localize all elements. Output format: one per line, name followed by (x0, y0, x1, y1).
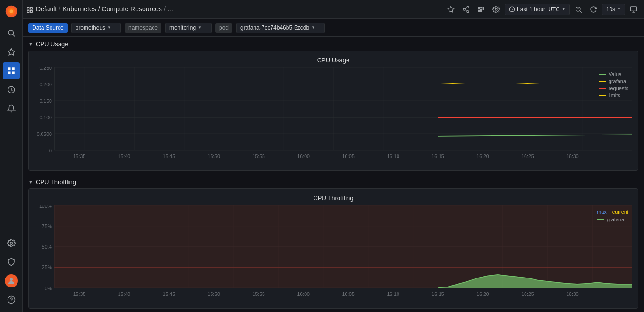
sidebar-item-dashboards[interactable] (3, 62, 20, 79)
grafana-icon-button[interactable] (475, 4, 488, 15)
auto-refresh-selector[interactable]: 10s ▼ (602, 4, 625, 15)
svg-text:75%: 75% (42, 223, 52, 229)
svg-text:16:15: 16:15 (432, 153, 444, 160)
svg-point-20 (467, 6, 469, 8)
svg-text:50%: 50% (42, 244, 52, 250)
time-range-arrow: ▼ (562, 7, 566, 11)
cpu-usage-title: CPU Usage (36, 41, 68, 48)
legend-label-limits: limits (609, 93, 620, 98)
legend-line-requests (599, 88, 606, 89)
share-dashboard-button[interactable] (459, 4, 473, 15)
topbar: Default / Kubernetes / Compute Resources… (23, 0, 644, 19)
svg-point-12 (10, 278, 13, 281)
star-dashboard-button[interactable] (444, 4, 458, 15)
cpu-usage-svg: 0.250 0.200 0.150 0.100 0.0500 0 15:35 1… (34, 67, 632, 167)
svg-text:16:25: 16:25 (521, 153, 534, 160)
datasource-label: Data Source (28, 23, 68, 33)
svg-text:0.250: 0.250 (40, 67, 52, 71)
svg-rect-18 (30, 10, 32, 12)
breadcrumb-kubernetes[interactable]: Kubernetes / Compute Resources (62, 5, 162, 13)
svg-text:15:45: 15:45 (163, 291, 175, 297)
svg-text:0: 0 (49, 147, 52, 153)
main-content: Default / Kubernetes / Compute Resources… (23, 0, 644, 312)
cpu-throttling-svg: 100% 75% 50% 25% 0% 15:35 15:40 15:45 15… (34, 205, 632, 304)
pod-arrow: ▼ (311, 25, 315, 30)
svg-line-33 (580, 11, 582, 13)
svg-text:16:05: 16:05 (342, 153, 354, 160)
svg-text:15:35: 15:35 (73, 153, 85, 160)
svg-text:0.200: 0.200 (40, 81, 52, 87)
cpu-usage-chevron: ▼ (28, 42, 33, 47)
namespace-arrow: ▼ (198, 25, 202, 30)
svg-rect-29 (480, 8, 482, 12)
svg-marker-5 (8, 49, 15, 55)
sidebar (0, 0, 23, 312)
sidebar-item-starred[interactable] (3, 43, 20, 60)
cpu-throttling-legend: max current grafana (597, 209, 628, 222)
svg-rect-26 (480, 7, 482, 8)
sidebar-item-search[interactable] (3, 25, 20, 42)
cpu-usage-chart-area: 0.250 0.200 0.150 0.100 0.0500 0 15:35 1… (34, 67, 632, 167)
sidebar-item-user[interactable] (5, 274, 18, 287)
cpu-throttling-section-header[interactable]: ▼ CPU Throttling (28, 178, 638, 186)
sidebar-item-shield[interactable] (3, 253, 20, 270)
svg-text:16:30: 16:30 (566, 153, 578, 160)
svg-text:0.150: 0.150 (40, 98, 52, 104)
dashboard-content: ▼ CPU Usage CPU Usage (23, 37, 644, 312)
svg-text:25%: 25% (42, 264, 52, 270)
svg-point-30 (495, 8, 497, 10)
svg-line-23 (465, 10, 467, 11)
breadcrumb: Default / Kubernetes / Compute Resources… (26, 5, 441, 13)
svg-text:16:10: 16:10 (387, 153, 399, 160)
cpu-usage-legend: Value grafana requests limits (599, 71, 628, 98)
pod-label: pod (215, 23, 232, 33)
cpu-throttling-chart-area: 100% 75% 50% 25% 0% 15:35 15:40 15:45 15… (34, 205, 632, 304)
svg-marker-19 (448, 6, 454, 12)
breadcrumb-home[interactable]: Default (26, 5, 57, 13)
svg-text:100%: 100% (39, 205, 52, 209)
datasource-selector[interactable]: prometheus ▼ (71, 23, 121, 33)
svg-text:0.100: 0.100 (40, 114, 52, 120)
pod-selector[interactable]: grafana-7cc74b46b5-5zcdb ▼ (236, 23, 325, 33)
cpu-usage-section-header[interactable]: ▼ CPU Usage (28, 41, 638, 48)
legend-label-grafana-throttle: grafana (607, 217, 624, 222)
svg-text:16:20: 16:20 (476, 291, 489, 297)
sidebar-item-configuration[interactable] (3, 235, 20, 252)
sidebar-item-help[interactable] (3, 291, 20, 308)
namespace-selector[interactable]: monitoring ▼ (165, 23, 212, 33)
svg-text:15:35: 15:35 (73, 291, 85, 297)
svg-text:16:00: 16:00 (297, 291, 310, 297)
svg-text:16:10: 16:10 (387, 291, 399, 297)
svg-text:16:15: 16:15 (432, 291, 444, 297)
settings-button[interactable] (490, 4, 503, 15)
time-range-picker[interactable]: Last 1 hour UTC ▼ (505, 4, 570, 15)
legend-item-limits: limits (599, 93, 628, 98)
grafana-logo[interactable] (4, 4, 19, 19)
datasource-arrow: ▼ (107, 25, 111, 30)
svg-text:15:50: 15:50 (208, 291, 220, 297)
legend-header-row: max current (597, 209, 628, 215)
svg-text:16:00: 16:00 (297, 153, 310, 160)
filters-bar: Data Source prometheus ▼ namespace monit… (23, 19, 644, 37)
svg-rect-28 (478, 9, 480, 12)
svg-rect-27 (483, 7, 484, 10)
svg-rect-8 (8, 72, 10, 74)
topbar-actions: Last 1 hour UTC ▼ 10s ▼ (444, 4, 640, 15)
svg-rect-17 (27, 10, 29, 12)
refresh-dashboard-button[interactable] (587, 4, 600, 15)
breadcrumb-sep-1: / (59, 5, 60, 13)
legend-col-current: current (612, 209, 628, 215)
svg-text:16:25: 16:25 (521, 291, 534, 297)
sidebar-item-alerting[interactable] (3, 100, 20, 117)
svg-text:16:30: 16:30 (566, 291, 578, 297)
svg-text:15:40: 15:40 (118, 153, 130, 160)
svg-text:15:55: 15:55 (253, 291, 265, 297)
svg-point-22 (467, 10, 469, 12)
svg-text:16:05: 16:05 (342, 291, 354, 297)
zoom-out-button[interactable] (572, 4, 585, 15)
svg-point-11 (10, 242, 12, 245)
breadcrumb-ellipsis[interactable]: ... (168, 5, 173, 13)
legend-line-value (599, 74, 606, 75)
display-button[interactable] (627, 4, 640, 15)
sidebar-item-explore[interactable] (3, 81, 20, 98)
